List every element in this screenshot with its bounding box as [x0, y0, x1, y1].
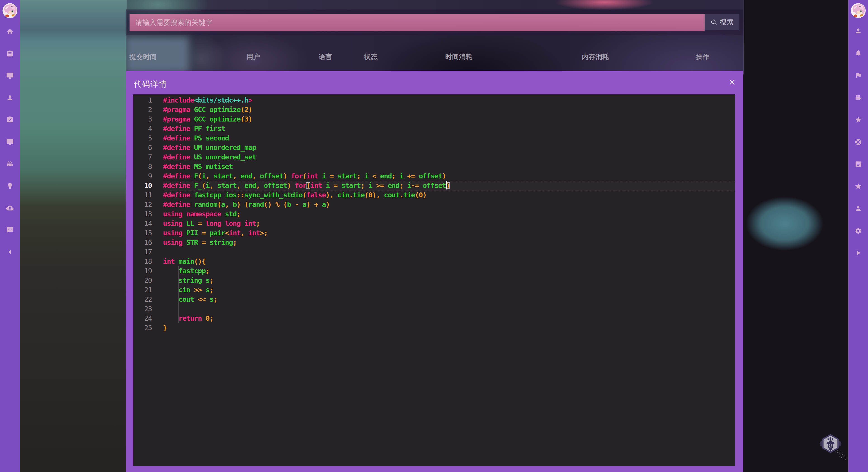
line-number: 1 [133, 95, 163, 105]
line-number: 13 [133, 209, 163, 218]
star-icon[interactable] [855, 116, 862, 123]
chat-icon[interactable] [6, 226, 13, 234]
code-line-16: 16using STR = string; [133, 238, 735, 247]
star-icon[interactable] [855, 183, 862, 190]
code-line-22: 22 cout << s; [133, 295, 735, 304]
line-number: 5 [133, 133, 163, 143]
page: 搜索 提交时间 用户 语言 状态 时间消耗 内存消耗 操作 代码详情 1#inc… [0, 0, 868, 472]
right-sidebar [848, 0, 868, 472]
line-number: 12 [133, 200, 163, 209]
line-number: 22 [133, 295, 163, 304]
column-time-cost: 时间消耗 [445, 53, 472, 62]
line-number: 17 [133, 247, 163, 257]
close-icon[interactable] [728, 78, 736, 86]
code-line-12: 12#define random(a, b) (rand() % (b - a)… [133, 200, 735, 209]
clipboard-list-icon[interactable] [6, 50, 13, 57]
code-line-8: 8#define MS mutiset [133, 162, 735, 171]
code-line-6: 6#define UM unordered_map [133, 143, 735, 152]
chevron-left-icon[interactable] [6, 248, 13, 256]
search-button[interactable]: 搜索 [705, 14, 739, 30]
monitor-icon[interactable] [6, 138, 13, 145]
line-number: 20 [133, 275, 163, 285]
code-line-20: 20 string s; [133, 275, 735, 285]
person-icon[interactable] [6, 94, 13, 101]
code-line-17: 17 [133, 247, 735, 257]
flag-icon[interactable] [855, 72, 862, 79]
person-icon[interactable] [855, 27, 862, 35]
line-number: 7 [133, 152, 163, 162]
indent-guide [178, 266, 179, 323]
person-icon[interactable] [855, 205, 862, 212]
code-line-11: 11#define fastcpp ios::sync_with_stdio(f… [133, 190, 735, 200]
gear-icon[interactable] [855, 227, 862, 234]
text-cursor [446, 181, 447, 190]
line-number: 8 [133, 162, 163, 171]
line-number: 3 [133, 114, 163, 124]
main-content: 搜索 提交时间 用户 语言 状态 时间消耗 内存消耗 操作 代码详情 1#inc… [126, 0, 743, 472]
line-number: 2 [133, 105, 163, 114]
background-photo-right [744, 0, 848, 472]
home-icon[interactable] [6, 28, 13, 35]
video-camera-icon[interactable] [855, 94, 862, 101]
line-number: 4 [133, 124, 163, 133]
code-line-7: 7#define US unordered_set [133, 152, 735, 162]
column-status: 状态 [364, 53, 377, 62]
cloud-upload-icon[interactable] [6, 204, 13, 212]
clipboard-list-icon[interactable] [855, 161, 862, 168]
line-number: 18 [133, 257, 163, 266]
code-line-24: 24 return 0; [133, 313, 735, 323]
line-number: 11 [133, 190, 163, 200]
right-avatar[interactable] [851, 3, 866, 18]
compass-icon[interactable] [855, 138, 862, 146]
line-number: 6 [133, 143, 163, 152]
line-number: 15 [133, 228, 163, 238]
code-line-14: 14using LL = long long int; [133, 218, 735, 228]
left-avatar[interactable] [2, 3, 18, 18]
line-number: 21 [133, 285, 163, 295]
site-badge [812, 426, 848, 462]
code-line-9: 9#define F(i, start, end, offset) for(in… [133, 171, 735, 181]
code-line-21: 21 cin >> s; [133, 285, 735, 295]
line-number: 16 [133, 238, 163, 247]
code-line-5: 5#define PS second [133, 133, 735, 143]
column-user: 用户 [246, 53, 260, 62]
code-line-1: 1#include<bits/stdc++.h> [133, 95, 735, 105]
clipboard-check-icon[interactable] [6, 116, 13, 123]
code-line-19: 19 fastcpp; [133, 266, 735, 275]
column-language: 语言 [319, 53, 332, 62]
search-icon [710, 19, 717, 26]
code-editor[interactable]: 1#include<bits/stdc++.h>2#pragma GCC opt… [133, 94, 735, 466]
code-line-25: 25} [133, 323, 735, 332]
submissions-table-header: 提交时间 用户 语言 状态 时间消耗 内存消耗 操作 [126, 35, 743, 71]
column-submit-time: 提交时间 [129, 53, 157, 62]
line-number: 9 [133, 171, 163, 181]
play-icon[interactable] [855, 249, 862, 257]
search-toolbar: 搜索 [126, 9, 743, 35]
code-line-15: 15using PII = pair<int, int>; [133, 228, 735, 238]
video-camera-icon[interactable] [6, 160, 13, 168]
code-line-13: 13using namespace std; [133, 209, 735, 218]
search-button-label: 搜索 [720, 18, 734, 27]
code-line-4: 4#define PF first [133, 124, 735, 133]
left-sidebar [0, 0, 20, 472]
modal-title: 代码详情 [133, 79, 167, 90]
line-number: 10 [133, 181, 163, 190]
line-number: 19 [133, 266, 163, 275]
monitor-icon[interactable] [6, 72, 13, 79]
line-number: 25 [133, 323, 163, 332]
column-actions: 操作 [696, 53, 709, 62]
line-number: 14 [133, 218, 163, 228]
code-detail-modal: 代码详情 1#include<bits/stdc++.h>2#pragma GC… [126, 71, 743, 472]
search-input[interactable] [129, 14, 705, 31]
line-number: 24 [133, 313, 163, 323]
line-number: 23 [133, 304, 163, 313]
code-line-10: 10#define F_(i, start, end, offset) for(… [133, 181, 735, 190]
column-memory-cost: 内存消耗 [582, 53, 609, 62]
bell-icon[interactable] [855, 49, 862, 57]
code-line-18: 18int main(){ [133, 257, 735, 266]
code-line-2: 2#pragma GCC optimize(2) [133, 105, 735, 114]
lightbulb-icon[interactable] [6, 182, 13, 190]
code-line-23: 23 [133, 304, 735, 313]
code-line-3: 3#pragma GCC optimize(3) [133, 114, 735, 124]
